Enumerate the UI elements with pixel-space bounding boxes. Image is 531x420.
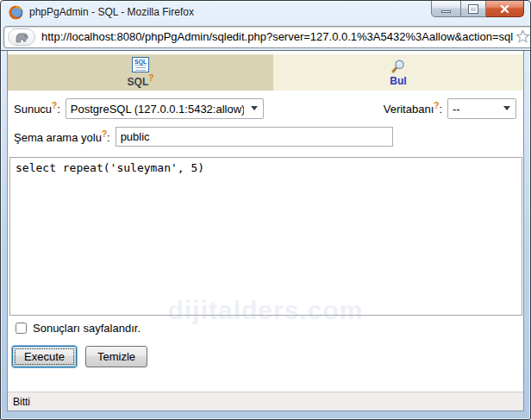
status-bar: Bitti	[8, 392, 523, 411]
clear-button[interactable]: Temizle	[85, 346, 147, 367]
tab-bul[interactable]: Bul	[273, 54, 523, 91]
sql-query-textarea[interactable]: select repeat('suleyman', 5)	[9, 157, 522, 316]
browser-window: phpPgAdmin - SQL - Mozilla Firefox http:…	[0, 0, 531, 420]
page-content: SQL SQL? Bul dijitalders.com Sunucu?:	[7, 51, 524, 411]
firefox-icon	[9, 5, 23, 20]
schema-label: Şema arama yolu?:	[14, 129, 110, 144]
url-text[interactable]: http://localhost:8080/phpPgAdmin/sqledit…	[41, 30, 513, 43]
close-button[interactable]	[486, 1, 524, 17]
close-icon	[500, 4, 509, 14]
paginate-row: Sonuçları sayfalandır.	[16, 322, 523, 335]
button-row: Execute Temizle	[12, 346, 523, 367]
sql-form: dijitalders.com Sunucu?: PostgreSQL (127…	[8, 91, 523, 392]
minimize-button[interactable]	[431, 1, 461, 17]
tab-bul-label: Bul	[390, 75, 406, 87]
database-select[interactable]: --	[447, 98, 516, 119]
magnifier-icon	[390, 59, 406, 74]
navigation-toolbar: http://localhost:8080/phpPgAdmin/sqledit…	[1, 23, 530, 50]
star-icon	[515, 29, 530, 44]
maximize-button[interactable]	[461, 1, 486, 17]
url-bar[interactable]: http://localhost:8080/phpPgAdmin/sqledit…	[3, 26, 531, 48]
server-row: Sunucu?: PostgreSQL (127.0.0.1:5432:allo…	[14, 98, 516, 119]
execute-button[interactable]: Execute	[12, 346, 77, 367]
status-text: Bitti	[13, 396, 30, 408]
minimize-icon	[441, 10, 451, 13]
schema-search-path-input[interactable]	[116, 127, 393, 147]
tab-strip: SQL SQL? Bul	[8, 54, 523, 91]
sql-document-icon: SQL	[132, 57, 149, 72]
tab-sql[interactable]: SQL SQL?	[8, 54, 273, 91]
paginate-label: Sonuçları sayfalandır.	[33, 322, 141, 335]
maximize-icon	[469, 5, 478, 13]
window-controls	[431, 1, 524, 17]
server-label: Sunucu?:	[14, 101, 60, 116]
site-identity-button[interactable]	[8, 28, 35, 46]
elephant-icon	[14, 31, 29, 43]
help-mark[interactable]: ?	[148, 73, 153, 83]
schema-row: Şema arama yolu?:	[14, 127, 516, 147]
bookmark-star-button[interactable]	[513, 29, 531, 44]
tab-sql-label: SQL?	[128, 73, 154, 88]
window-title: phpPgAdmin - SQL - Mozilla Firefox	[29, 6, 194, 18]
paginate-checkbox[interactable]	[16, 323, 27, 334]
server-select[interactable]: PostgreSQL (127.0.0.1:5432:allow)	[66, 98, 264, 119]
database-label: Veritabanı?:	[384, 101, 442, 116]
